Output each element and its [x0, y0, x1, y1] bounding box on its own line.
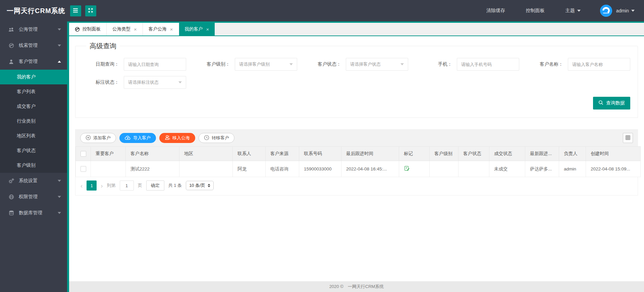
sidebar-item-label: 数据库管理	[19, 210, 42, 216]
close-icon[interactable]: ×	[134, 27, 137, 32]
sidebar-toggle-button[interactable]	[70, 5, 81, 16]
sidebar-item-customer-management[interactable]: 客户管理	[0, 54, 67, 70]
select-all-checkbox[interactable]	[80, 151, 86, 157]
customer-level-select[interactable]: 请选择客户级别	[235, 58, 297, 71]
phone-group: 手机：	[416, 58, 519, 71]
tab-dashboard[interactable]: 控制面板	[69, 23, 107, 35]
sidebar-item-customer-status[interactable]: 客户状态	[0, 143, 67, 158]
sidebar-item-customer-level[interactable]: 客户级别	[0, 158, 67, 173]
cell-deal-status: 未成交	[489, 161, 525, 177]
sidebar-item-sea-management[interactable]: 公海管理	[0, 21, 67, 38]
mark-icon[interactable]	[404, 167, 410, 172]
sidebar-item-region-list[interactable]: 地区列表	[0, 129, 67, 143]
chevron-down-icon	[400, 63, 404, 65]
col-status: 客户状态	[459, 147, 489, 161]
header-actions: 清除缓存 控制面板 主题 admin	[466, 5, 644, 17]
theme-menu[interactable]: 主题	[566, 8, 581, 14]
sidebar-item-deal-customers[interactable]: 成交客户	[0, 99, 67, 114]
move-to-sea-button[interactable]: 移入公海	[159, 133, 195, 143]
page-size-select[interactable]: 10 条/页	[186, 181, 214, 190]
mark-status-placeholder: 请选择标注状态	[128, 79, 159, 85]
cell-phone: 15900033000	[299, 161, 341, 177]
add-customer-label: 添加客户	[93, 135, 111, 141]
phone-label: 手机：	[416, 61, 452, 67]
next-page-button[interactable]: ›	[101, 182, 103, 189]
cell-mark	[399, 161, 430, 177]
add-customer-button[interactable]: 添加客户	[80, 133, 116, 143]
goto-page-input[interactable]	[120, 180, 134, 191]
table-toolbar: 添加客户 导入客户 移入公海	[75, 130, 638, 146]
sidebar-item-customer-list[interactable]: 客户列表	[0, 84, 67, 99]
cell-status	[459, 161, 489, 177]
gear-icon	[8, 178, 14, 184]
tab-label: 公海类型	[112, 26, 130, 32]
phone-input[interactable]	[457, 58, 519, 71]
copyright-text: 2020 © 一网天行CRM系统	[329, 284, 384, 290]
avatar[interactable]	[600, 5, 612, 17]
col-contact: 联系人	[233, 147, 266, 161]
mark-status-select[interactable]: 请选择标注状态	[124, 76, 186, 89]
col-latest-follow: 最新跟进...	[525, 147, 559, 161]
column-settings-button[interactable]	[623, 133, 633, 143]
search-icon	[598, 100, 603, 106]
date-query-input[interactable]	[124, 58, 186, 71]
col-important: 重要客户	[91, 147, 126, 161]
sidebar-item-permission-management[interactable]: 权限管理	[0, 189, 67, 205]
current-page-button[interactable]: 1	[87, 180, 97, 191]
col-created: 创建时间	[586, 147, 641, 161]
user-menu[interactable]: admin	[616, 8, 635, 13]
stepper-icon	[208, 184, 210, 187]
hamburger-icon	[73, 8, 78, 14]
chevron-down-icon	[289, 63, 293, 65]
col-region: 地区	[179, 147, 233, 161]
move-to-sea-label: 移入公海	[172, 135, 190, 141]
goto-suffix-label: 页	[138, 182, 142, 189]
sidebar-item-label: 权限管理	[19, 194, 38, 200]
page-content: 高级查询 日期查询： 客户级别： 请选择客户级别	[69, 36, 644, 281]
transfer-customer-button[interactable]: 转移客户	[199, 133, 234, 143]
total-count-label: 共 1 条	[168, 182, 182, 189]
globe-icon	[8, 43, 14, 48]
prev-page-button[interactable]: ‹	[80, 182, 83, 189]
cell-latest-follow: 萨达萨多...	[525, 161, 559, 177]
customer-name-input[interactable]	[568, 58, 630, 71]
chevron-down-icon	[58, 196, 61, 198]
row-checkbox[interactable]	[80, 166, 86, 172]
customer-status-placeholder: 请选择客户状态	[350, 61, 381, 67]
sidebar-nav: 公海管理 线索管理 客户管理 我的客户 客户列表 成交客户	[0, 21, 67, 292]
fullscreen-button[interactable]	[85, 5, 96, 16]
col-phone: 联系号码	[299, 147, 341, 161]
control-panel-link[interactable]: 控制面板	[526, 8, 545, 14]
tab-label: 客户公海	[149, 26, 167, 32]
page-size-label: 10 条/页	[189, 182, 205, 189]
sidebar-item-industry-category[interactable]: 行业类别	[0, 114, 67, 129]
close-icon[interactable]: ×	[170, 27, 173, 32]
cell-last-follow: 2022-04-08 16:45:...	[341, 161, 399, 177]
sidebar-item-system-settings[interactable]: 系统设置	[0, 173, 67, 189]
customer-status-group: 客户状态： 请选择客户状态	[305, 58, 408, 71]
sidebar-item-lead-management[interactable]: 线索管理	[0, 38, 67, 54]
customer-status-select[interactable]: 请选择客户状态	[346, 58, 408, 71]
import-customer-button[interactable]: 导入客户	[119, 133, 156, 143]
sidebar-item-label: 客户管理	[19, 59, 38, 65]
search-data-button[interactable]: 查询数据	[593, 97, 630, 110]
close-icon[interactable]: ×	[206, 27, 209, 32]
chevron-down-icon	[631, 10, 635, 12]
sidebar-item-my-customers[interactable]: 我的客户	[0, 70, 67, 84]
tab-sea-type[interactable]: 公海类型 ×	[107, 23, 143, 35]
tab-my-customers[interactable]: 我的客户 ×	[179, 23, 215, 35]
cell-customer-name: 测试2222	[126, 161, 179, 177]
clock-icon	[204, 135, 209, 141]
database-icon	[8, 210, 14, 216]
goto-confirm-button[interactable]: 确定	[146, 180, 164, 191]
clear-cache-link[interactable]: 清除缓存	[486, 8, 505, 14]
permission-icon	[8, 194, 14, 200]
col-customer-name: 客户名称	[126, 147, 179, 161]
app-title: 一网天行CRM系统	[0, 6, 70, 15]
col-source: 客户来源	[266, 147, 299, 161]
sidebar-item-database-management[interactable]: 数据库管理	[0, 205, 67, 221]
grid-icon	[626, 135, 630, 141]
chevron-down-icon	[58, 28, 61, 30]
tab-bar: 控制面板 公海类型 × 客户公海 × 我的客户 ×	[69, 21, 644, 36]
tab-customer-sea[interactable]: 客户公海 ×	[143, 23, 179, 35]
